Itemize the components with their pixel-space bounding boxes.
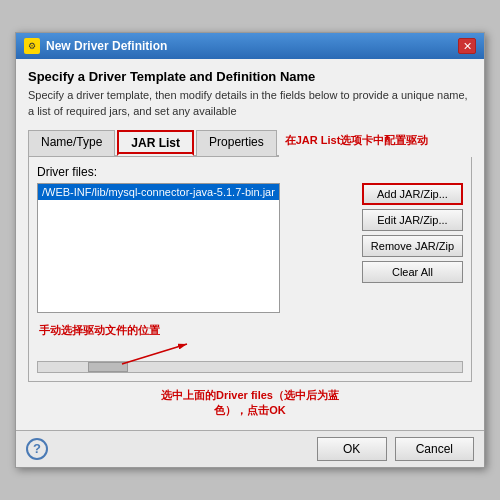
add-jar-button[interactable]: Add JAR/Zip... [362, 183, 463, 205]
window-icon: ⚙ [24, 38, 40, 54]
file-annotation-text: 手动选择驱动文件的位置 [39, 323, 160, 338]
dialog-footer: ? OK Cancel [16, 430, 484, 467]
driver-files-row: /WEB-INF/lib/mysql-connector-java-5.1.7-… [37, 183, 463, 313]
help-button[interactable]: ? [26, 438, 48, 460]
driver-list-container: /WEB-INF/lib/mysql-connector-java-5.1.7-… [37, 183, 356, 313]
driver-list-item[interactable]: /WEB-INF/lib/mysql-connector-java-5.1.7-… [38, 184, 279, 200]
clear-all-button[interactable]: Clear All [362, 261, 463, 283]
dialog-header-desc: Specify a driver template, then modify d… [28, 88, 472, 119]
dialog-content: Specify a Driver Template and Definition… [16, 59, 484, 430]
jar-button-group: Add JAR/Zip... Edit JAR/Zip... Remove JA… [362, 183, 463, 313]
tabs-container: Name/Type JAR List Properties 在JAR List选… [28, 129, 472, 157]
ok-button[interactable]: OK [317, 437, 387, 461]
title-bar: ⚙ New Driver Definition ✕ [16, 33, 484, 59]
dialog-window: ⚙ New Driver Definition ✕ Specify a Driv… [15, 32, 485, 468]
footer-actions: OK Cancel [317, 437, 474, 461]
window-title: New Driver Definition [46, 39, 167, 53]
remove-jar-button[interactable]: Remove JAR/Zip [362, 235, 463, 257]
cancel-button[interactable]: Cancel [395, 437, 474, 461]
title-bar-left: ⚙ New Driver Definition [24, 38, 167, 54]
driver-list-box[interactable]: /WEB-INF/lib/mysql-connector-java-5.1.7-… [37, 183, 280, 313]
tab-content-jar-list: Driver files: /WEB-INF/lib/mysql-connect… [28, 157, 472, 382]
tab-jar-list[interactable]: JAR List [117, 130, 194, 156]
file-annotation-area: 手动选择驱动文件的位置 [37, 321, 463, 357]
driver-file-prefix: /WEB-INF/lib/mysql-connector-java-5.1.7-… [42, 186, 275, 198]
horizontal-scrollbar[interactable] [37, 361, 463, 373]
bottom-annotation: 选中上面的Driver files（选中后为蓝 色），点击OK [28, 382, 472, 420]
scrollbar-thumb[interactable] [88, 362, 128, 372]
dialog-header-title: Specify a Driver Template and Definition… [28, 69, 472, 84]
tab-annotation: 在JAR List选项卡中配置驱动 [285, 133, 429, 148]
edit-jar-button[interactable]: Edit JAR/Zip... [362, 209, 463, 231]
tab-name-type[interactable]: Name/Type [28, 130, 115, 156]
tab-properties[interactable]: Properties [196, 130, 277, 156]
tabs: Name/Type JAR List Properties [28, 129, 279, 157]
close-button[interactable]: ✕ [458, 38, 476, 54]
footer-left: ? [26, 438, 48, 460]
driver-files-label: Driver files: [37, 165, 463, 179]
